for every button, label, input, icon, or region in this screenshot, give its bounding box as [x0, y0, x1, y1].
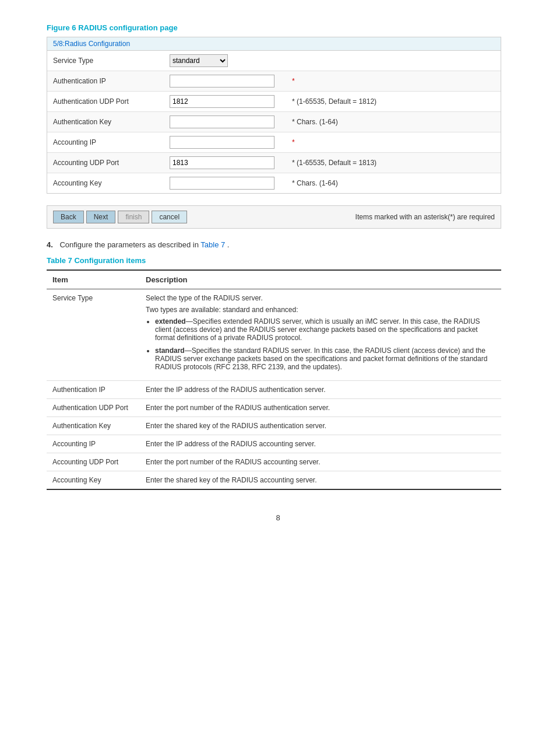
- acct-udp-input[interactable]: [170, 156, 275, 169]
- desc-para-1: Select the type of the RADIUS server.: [146, 294, 495, 302]
- table-row: Accounting UDP Port Enter the port numbe…: [47, 453, 501, 471]
- service-type-label: Service Type: [53, 57, 170, 65]
- desc-auth-key: Enter the shared key of the RADIUS authe…: [140, 417, 501, 435]
- auth-ip-input-wrap[interactable]: [170, 75, 286, 88]
- service-type-row: Service Type standard extended: [47, 51, 501, 71]
- step-intro: Configure the parameters as described in: [59, 240, 200, 249]
- acct-key-input[interactable]: [170, 177, 275, 190]
- acct-key-hint: * Chars. (1-64): [292, 179, 338, 187]
- table-row: Authentication UDP Port Enter the port n…: [47, 399, 501, 417]
- service-type-input-wrap[interactable]: standard extended: [170, 54, 286, 67]
- desc-acct-udp: Enter the port number of the RADIUS acco…: [140, 453, 501, 471]
- item-acct-udp: Accounting UDP Port: [47, 453, 140, 471]
- acct-key-label: Accounting Key: [53, 179, 170, 187]
- extended-bold: extended: [155, 317, 186, 326]
- desc-para-2: Two types are available: standard and en…: [146, 306, 495, 314]
- auth-key-input[interactable]: [170, 116, 275, 128]
- acct-udp-hint: * (1-65535, Default = 1813): [292, 159, 376, 167]
- auth-udp-port-row: Authentication UDP Port * (1-65535, Defa…: [47, 92, 501, 112]
- desc-auth-ip: Enter the IP address of the RADIUS authe…: [140, 381, 501, 399]
- auth-ip-hint: *: [292, 77, 297, 85]
- list-item: standard—Specifies the standard RADIUS s…: [155, 346, 495, 371]
- col-item-header: Item: [47, 270, 140, 289]
- auth-udp-input-wrap[interactable]: [170, 95, 286, 108]
- page-number: 8: [47, 513, 509, 522]
- auth-key-input-wrap[interactable]: [170, 116, 286, 128]
- item-auth-ip: Authentication IP: [47, 381, 140, 399]
- desc-service-type: Select the type of the RADIUS server. Tw…: [140, 289, 501, 381]
- acct-ip-input-wrap[interactable]: [170, 136, 286, 149]
- table-row: Authentication Key Enter the shared key …: [47, 417, 501, 435]
- step-period: .: [227, 240, 230, 249]
- config-table: Item Description Service Type Select the…: [47, 270, 501, 490]
- service-type-select[interactable]: standard extended: [170, 54, 228, 67]
- acct-ip-row: Accounting IP *: [47, 132, 501, 153]
- table-link[interactable]: Table 7: [200, 240, 225, 249]
- finish-button: finish: [118, 211, 149, 223]
- bullet-list: extended—Specifies extended RADIUS serve…: [155, 317, 495, 371]
- auth-udp-label: Authentication UDP Port: [53, 97, 170, 106]
- auth-key-hint: * Chars. (1-64): [292, 118, 338, 126]
- auth-udp-input[interactable]: [170, 95, 275, 108]
- acct-ip-hint: *: [292, 138, 297, 146]
- list-item: extended—Specifies extended RADIUS serve…: [155, 317, 495, 342]
- radius-config-box: 5/8:Radius Configuration Service Type st…: [47, 37, 501, 194]
- auth-ip-input[interactable]: [170, 75, 275, 88]
- back-button[interactable]: Back: [53, 211, 84, 223]
- button-bar: Back Next finish cancel Items marked wit…: [47, 205, 501, 229]
- col-desc-header: Description: [140, 270, 501, 289]
- table-header-row: Item Description: [47, 270, 501, 289]
- item-auth-udp: Authentication UDP Port: [47, 399, 140, 417]
- auth-ip-label: Authentication IP: [53, 77, 170, 85]
- config-header: 5/8:Radius Configuration: [47, 37, 501, 51]
- acct-udp-input-wrap[interactable]: [170, 156, 286, 169]
- desc-auth-udp: Enter the port number of the RADIUS auth…: [140, 399, 501, 417]
- table-row: Authentication IP Enter the IP address o…: [47, 381, 501, 399]
- acct-key-input-wrap[interactable]: [170, 177, 286, 190]
- standard-bold: standard: [155, 346, 185, 355]
- item-acct-key: Accounting Key: [47, 471, 140, 490]
- table-row: Accounting IP Enter the IP address of th…: [47, 435, 501, 453]
- desc-acct-ip: Enter the IP address of the RADIUS accou…: [140, 435, 501, 453]
- item-acct-ip: Accounting IP: [47, 435, 140, 453]
- required-note: Items marked with an asterisk(*) are req…: [356, 213, 495, 221]
- item-service-type: Service Type: [47, 289, 140, 381]
- figure-title: Figure 6 RADIUS configuration page: [47, 23, 509, 32]
- step-text: 4. Configure the parameters as described…: [47, 240, 509, 249]
- auth-udp-hint: * (1-65535, Default = 1812): [292, 97, 376, 106]
- table-row: Accounting Key Enter the shared key of t…: [47, 471, 501, 490]
- auth-key-row: Authentication Key * Chars. (1-64): [47, 112, 501, 132]
- desc-acct-key: Enter the shared key of the RADIUS accou…: [140, 471, 501, 490]
- acct-udp-row: Accounting UDP Port * (1-65535, Default …: [47, 153, 501, 173]
- acct-ip-label: Accounting IP: [53, 138, 170, 146]
- step-number: 4.: [47, 240, 53, 249]
- item-auth-key: Authentication Key: [47, 417, 140, 435]
- cancel-button[interactable]: cancel: [152, 211, 187, 223]
- auth-key-label: Authentication Key: [53, 118, 170, 126]
- table-title: Table 7 Configuration items: [47, 256, 509, 265]
- acct-ip-input[interactable]: [170, 136, 275, 149]
- table-row: Service Type Select the type of the RADI…: [47, 289, 501, 381]
- acct-udp-label: Accounting UDP Port: [53, 159, 170, 167]
- next-button[interactable]: Next: [86, 211, 116, 223]
- auth-ip-row: Authentication IP *: [47, 71, 501, 92]
- acct-key-row: Accounting Key * Chars. (1-64): [47, 173, 501, 193]
